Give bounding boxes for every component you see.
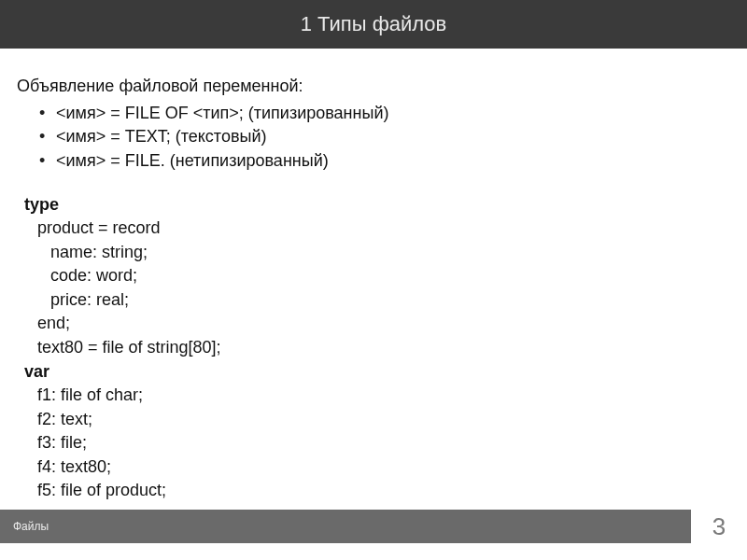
slide-header: 1 Типы файлов [0, 0, 747, 49]
code-line: f5: file of product; [24, 479, 730, 503]
list-item: <имя> = TEXT; (текстовый) [39, 125, 730, 148]
code-line: end; [24, 312, 730, 336]
slide-footer: Файлы 3 [0, 510, 747, 543]
slide-title: 1 Типы файлов [301, 12, 447, 36]
footer-bar: Файлы [0, 510, 691, 543]
code-line: price: real; [24, 288, 730, 313]
page-number: 3 [691, 510, 747, 543]
code-line: f2: text; [24, 408, 730, 432]
code-block: type product = record name: string; code… [17, 193, 730, 503]
code-line: f1: file of char; [24, 384, 730, 408]
list-item: <имя> = FILE OF <тип>; (типизированный) [39, 102, 730, 125]
code-line: f3: file; [24, 431, 730, 455]
code-line: name: string; [24, 241, 730, 265]
code-line: text80 = file of string[80]; [24, 336, 730, 360]
declaration-list: <имя> = FILE OF <тип>; (типизированный) … [39, 102, 730, 173]
code-line: product = record [24, 217, 730, 241]
footer-label: Файлы [13, 520, 49, 533]
keyword-var: var [24, 360, 730, 385]
code-line: code: word; [24, 264, 730, 288]
keyword-type: type [24, 193, 730, 217]
code-line: f4: text80; [24, 455, 730, 480]
declaration-title: Объявление файловой переменной: [17, 75, 730, 98]
slide-content: Объявление файловой переменной: <имя> = … [0, 49, 747, 503]
list-item: <имя> = FILE. (нетипизированный) [39, 149, 730, 173]
